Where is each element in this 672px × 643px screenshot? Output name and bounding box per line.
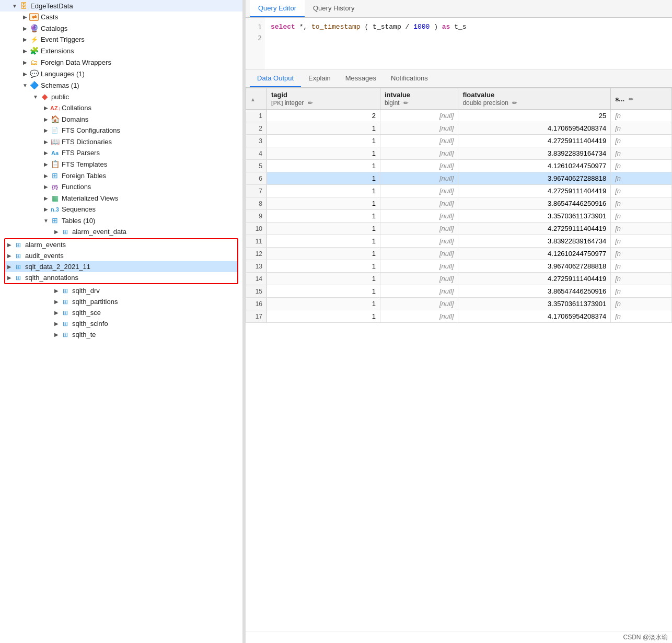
tab-messages[interactable]: Messages	[338, 70, 384, 87]
edit-icon-intvalue[interactable]: ✏	[403, 100, 408, 106]
table-row[interactable]: 51[null]4.12610244750977[n	[246, 160, 672, 172]
tab-data-output[interactable]: Data Output	[250, 70, 301, 87]
expand-arrow-tables: ▼	[42, 218, 50, 224]
sidebar: ▼ 🗄 EdgeTestData ▶ ⇌ Casts ▶ 🔮 Catalogs …	[0, 0, 243, 643]
cell-tagid: 1	[267, 210, 380, 223]
edit-icon-tagid[interactable]: ✏	[308, 100, 312, 106]
sidebar-item-alarm-event-data[interactable]: ▶ ⊞ alarm_event_data	[0, 226, 242, 237]
tab-query-editor[interactable]: Query Editor	[250, 0, 305, 17]
sidebar-item-sqlth-partitions[interactable]: ▶ ⊞ sqlth_partitions	[0, 296, 242, 307]
table-row[interactable]: 101[null]4.27259111404419[n	[246, 223, 672, 235]
sidebar-item-fts-config[interactable]: ▶ 📄 FTS Configurations	[0, 125, 242, 136]
cell-tagid: 1	[267, 285, 380, 298]
sidebar-item-event-triggers[interactable]: ▶ ⚡ Event Triggers	[0, 34, 242, 45]
line-num-2: 2	[248, 33, 262, 44]
sidebar-item-domains[interactable]: ▶ 🏠 Domains	[0, 113, 242, 125]
tab-notifications[interactable]: Notifications	[384, 70, 435, 87]
cell-extra: [n	[611, 160, 672, 172]
fdw-icon: 🗂	[29, 58, 39, 66]
cell-intvalue: [null]	[380, 160, 458, 172]
table-sqlth-te-icon: ⊞	[61, 331, 70, 338]
edit-icon-floatvalue[interactable]: ✏	[512, 100, 517, 106]
sidebar-item-schemas[interactable]: ▼ 🔷 Schemas (1)	[0, 79, 242, 91]
sidebar-item-alarm-events[interactable]: ▶ ⊞ alarm_events	[5, 239, 237, 250]
table-row[interactable]: 31[null]4.27259111404419[n	[246, 135, 672, 147]
sidebar-item-languages[interactable]: ▶ 💬 Languages (1)	[0, 68, 242, 79]
edit-icon-extra[interactable]: ✏	[629, 96, 633, 102]
sidebar-item-label-languages: Languages (1)	[41, 70, 85, 78]
cell-tagid: 1	[267, 147, 380, 160]
code-paren-open: (	[364, 23, 368, 31]
sidebar-item-extensions[interactable]: ▶ 🧩 Extensions	[0, 45, 242, 56]
tab-query-history[interactable]: Query History	[305, 0, 363, 17]
sidebar-item-sqlt-data[interactable]: ▶ ⊞ sqlt_data_2_2021_11	[5, 261, 237, 272]
cell-extra: [n	[611, 298, 672, 310]
table-row[interactable]: 161[null]3.35703611373901[n	[246, 298, 672, 310]
col-name-floatvalue: floatvalue	[462, 91, 494, 99]
data-table-wrapper[interactable]: ▲ tagid [PK] integer ✏ intvalue bigint ✏	[246, 88, 672, 632]
sidebar-item-sqlth-sce[interactable]: ▶ ⊞ sqlth_sce	[0, 307, 242, 318]
null-val-extra: [n	[615, 225, 621, 232]
table-row[interactable]: 141[null]4.27259111404419[n	[246, 273, 672, 285]
sidebar-item-tables[interactable]: ▼ ⊞ Tables (10)	[0, 215, 242, 226]
cell-tagid: 2	[267, 110, 380, 122]
cell-row-num: 9	[246, 210, 267, 223]
table-sqlth-annotations-icon: ⊞	[14, 274, 23, 282]
sidebar-item-functions[interactable]: ▶ {f} Functions	[0, 181, 242, 192]
sidebar-item-fts-dict[interactable]: ▶ 📖 FTS Dictionaries	[0, 136, 242, 147]
table-row[interactable]: 12[null]25[n	[246, 110, 672, 122]
expand-arrow-fts-config: ▶	[42, 127, 50, 133]
table-row[interactable]: 61[null]3.96740627288818[n	[246, 172, 672, 185]
sidebar-item-collations[interactable]: ▶ AZ↓ Collations	[0, 102, 242, 113]
table-row[interactable]: 81[null]3.86547446250916[n	[246, 197, 672, 210]
expand-arrow-casts: ▶	[21, 14, 29, 20]
cell-row-num: 15	[246, 285, 267, 298]
fts-templates-icon: 📋	[50, 160, 60, 168]
table-row[interactable]: 151[null]3.86547446250916[n	[246, 285, 672, 298]
sidebar-item-audit-events[interactable]: ▶ ⊞ audit_events	[5, 250, 237, 261]
cell-floatvalue: 3.83922839164734	[458, 235, 611, 248]
expand-arrow-catalogs: ▶	[21, 26, 29, 31]
cell-floatvalue: 3.83922839164734	[458, 147, 611, 160]
sidebar-item-label-sqlth-drv: sqlth_drv	[72, 287, 100, 295]
sidebar-item-sqlth-scinfo[interactable]: ▶ ⊞ sqlth_scinfo	[0, 318, 242, 329]
sidebar-item-fts-parsers[interactable]: ▶ Aa FTS Parsers	[0, 147, 242, 158]
sidebar-item-foreign-tables[interactable]: ▶ ⊞ Foreign Tables	[0, 170, 242, 181]
table-row[interactable]: 111[null]3.83922839164734[n	[246, 235, 672, 248]
sidebar-root-edgetestdata[interactable]: ▼ 🗄 EdgeTestData	[0, 0, 242, 11]
output-area: Data Output Explain Messages Notificatio…	[246, 70, 672, 643]
table-row[interactable]: 171[null]4.17065954208374[n	[246, 310, 672, 323]
expand-arrow-schemas: ▼	[21, 83, 29, 88]
sidebar-item-mat-views[interactable]: ▶ ▦ Materialized Views	[0, 192, 242, 204]
cell-extra: [n	[611, 235, 672, 248]
sidebar-item-sqlth-annotations[interactable]: ▶ ⊞ sqlth_annotations	[5, 272, 237, 283]
event-triggers-icon: ⚡	[29, 36, 39, 43]
languages-icon: 💬	[29, 69, 39, 78]
expand-arrow-foreign-tables: ▶	[42, 173, 50, 179]
sidebar-item-sequences[interactable]: ▶ n.3 Sequences	[0, 204, 242, 215]
expand-arrow-mat-views: ▶	[42, 195, 50, 201]
sidebar-item-fts-templates[interactable]: ▶ 📋 FTS Templates	[0, 158, 242, 170]
cell-row-num: 17	[246, 310, 267, 323]
table-row[interactable]: 91[null]3.35703611373901[n	[246, 210, 672, 223]
code-content[interactable]: select *, to_timestamp ( t_stamp / 1000 …	[264, 18, 672, 69]
sidebar-item-sqlth-drv[interactable]: ▶ ⊞ sqlth_drv	[0, 285, 242, 296]
sidebar-item-catalogs[interactable]: ▶ 🔮 Catalogs	[0, 22, 242, 34]
tab-explain[interactable]: Explain	[301, 70, 338, 87]
sidebar-item-label-schemas: Schemas (1)	[41, 81, 79, 89]
table-sqlth-scinfo-icon: ⊞	[61, 320, 70, 328]
table-row[interactable]: 71[null]4.27259111404419[n	[246, 185, 672, 197]
null-val: [null]	[439, 137, 454, 145]
table-row[interactable]: 41[null]3.83922839164734[n	[246, 147, 672, 160]
sidebar-item-casts[interactable]: ▶ ⇌ Casts	[0, 11, 242, 22]
table-row[interactable]: 21[null]4.17065954208374[n	[246, 122, 672, 135]
data-table: ▲ tagid [PK] integer ✏ intvalue bigint ✏	[246, 88, 672, 323]
table-row[interactable]: 131[null]3.96740627288818[n	[246, 260, 672, 273]
functions-icon: {f}	[50, 184, 60, 190]
sidebar-item-sqlth-te[interactable]: ▶ ⊞ sqlth_te	[0, 329, 242, 340]
sidebar-item-label-sqlth-te: sqlth_te	[72, 331, 96, 338]
table-row[interactable]: 121[null]4.12610244750977[n	[246, 248, 672, 260]
cell-intvalue: [null]	[380, 185, 458, 197]
sidebar-item-public[interactable]: ▼ ◆ public	[0, 91, 242, 102]
sidebar-item-foreign-data-wrappers[interactable]: ▶ 🗂 Foreign Data Wrappers	[0, 56, 242, 68]
